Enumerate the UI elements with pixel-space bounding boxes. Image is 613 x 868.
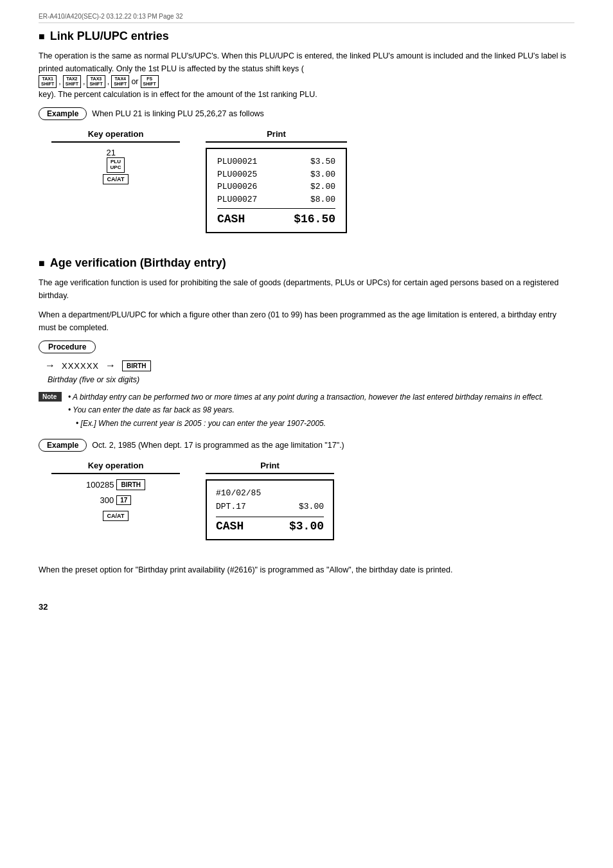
- section2-body2: When a department/PLU/UPC for which a fi…: [39, 308, 574, 334]
- procedure-section: Procedure → XXXXXX → BIRTH Birthday (fiv…: [39, 341, 574, 384]
- note-content: A birthday entry can be performed two or…: [68, 391, 544, 430]
- note-item-1: A birthday entry can be performed two or…: [68, 391, 544, 403]
- flow-step1: XXXXXX: [62, 361, 99, 371]
- key-op-header: Key operation: [51, 129, 180, 143]
- footer-body: When the preset option for "Birthday pri…: [39, 563, 574, 576]
- note-label: Note: [39, 392, 62, 402]
- caat-key: CA/AT: [103, 174, 129, 184]
- birth-key: BIRTH: [122, 360, 151, 371]
- key-birth-row: 100285 BIRTH: [86, 479, 145, 490]
- plu-upc-key: PLU UPC: [107, 157, 125, 173]
- section1-title: Link PLU/UPC entries: [39, 30, 574, 43]
- plu-key-stack: 21 PLU UPC CA/AT: [103, 148, 129, 184]
- key-operation-col2: Key operation 100285 BIRTH 300 17 CA/AT: [51, 461, 180, 540]
- section2-body1: The age verification function is used fo…: [39, 276, 574, 302]
- note-box: Note A birthday entry can be performed t…: [39, 391, 574, 430]
- receipt-row-4: PLU00027$8.00: [217, 193, 335, 206]
- tax1-shift-key: TAX1SHIFT: [39, 75, 57, 87]
- tax3-shift-key: TAX3SHIFT: [87, 75, 105, 87]
- receipt-total: CASH $16.50: [217, 213, 335, 226]
- note-item-2: You can enter the date as far back as 98…: [68, 403, 544, 416]
- flow-label: Birthday (five or six digits): [48, 375, 574, 384]
- print-header: Print: [206, 129, 347, 143]
- section1-body: The operation is the same as normal PLU'…: [39, 49, 574, 101]
- receipt-row-1: PLU00021$3.50: [217, 155, 335, 168]
- receipt2-row1: #10/02/85: [216, 487, 324, 500]
- receipt-row-3: PLU00026$2.00: [217, 181, 335, 193]
- arrow-2: →: [105, 360, 116, 371]
- section1-example-row: Example When PLU 21 is linking PLU 25,26…: [39, 107, 574, 120]
- section-age-verification: Age verification (Birthday entry) The ag…: [39, 256, 574, 540]
- note-item-3: [Ex.] When the current year is 2005 : yo…: [68, 417, 544, 430]
- receipt2-row2: DPT.17 $3.00: [216, 500, 324, 514]
- receipt1: PLU00021$3.50 PLU00025$3.00 PLU00026$2.0…: [206, 148, 347, 233]
- key-17: 17: [116, 495, 131, 505]
- receipt2-total: CASH $3.00: [216, 520, 324, 533]
- page-number: 32: [39, 602, 574, 612]
- header-text: ER-A410/A420(SEC)-2 03.12.22 0:13 PM Pag…: [39, 13, 183, 20]
- example1-label: Example: [39, 107, 87, 120]
- key-op-header2: Key operation: [51, 461, 180, 474]
- caat-key2: CA/AT: [103, 511, 129, 521]
- birth-key2: BIRTH: [116, 479, 145, 490]
- tax2-shift-key: TAX2SHIFT: [63, 75, 81, 87]
- print-col: Print PLU00021$3.50 PLU00025$3.00 PLU000…: [206, 129, 347, 233]
- section1-operation-table: Key operation 21 PLU UPC CA/AT Print: [51, 129, 574, 233]
- key-caat-row2: CA/AT: [103, 510, 129, 520]
- section2-title: Age verification (Birthday entry): [39, 256, 574, 270]
- receipt2-divider: [216, 517, 324, 517]
- procedure-label: Procedure: [39, 341, 96, 353]
- print-col2: Print #10/02/85 DPT.17 $3.00 CASH $3.00: [206, 461, 334, 540]
- example2-text: Oct. 2, 1985 (When dept. 17 is programme…: [92, 441, 344, 450]
- fs-shift-key: FSSHIFT: [141, 75, 159, 87]
- page-header: ER-A410/A420(SEC)-2 03.12.22 0:13 PM Pag…: [39, 13, 574, 23]
- receipt2: #10/02/85 DPT.17 $3.00 CASH $3.00: [206, 479, 334, 540]
- section2-example-row: Example Oct. 2, 1985 (When dept. 17 is p…: [39, 439, 574, 452]
- receipt-row-2: PLU00025$3.00: [217, 168, 335, 181]
- print-header2: Print: [206, 461, 334, 474]
- tax4-shift-key: TAX4SHIFT: [111, 75, 129, 87]
- arrow-1: →: [45, 360, 55, 371]
- section-link-plu: Link PLU/UPC entries The operation is th…: [39, 30, 574, 233]
- example2-label: Example: [39, 439, 87, 452]
- receipt-divider: [217, 208, 335, 209]
- arrow-flow: → XXXXXX → BIRTH: [45, 360, 574, 371]
- key-entries: 21 PLU UPC CA/AT: [103, 148, 129, 184]
- section2-operation-table: Key operation 100285 BIRTH 300 17 CA/AT …: [51, 461, 574, 540]
- tax-shift-keys: TAX1SHIFT, TAX2SHIFT, TAX3SHIFT, TAX4SHI…: [39, 75, 574, 88]
- key-entries2: 100285 BIRTH 300 17 CA/AT: [86, 479, 145, 520]
- key-operation-col: Key operation 21 PLU UPC CA/AT: [51, 129, 180, 233]
- key-dept-row: 300 17: [100, 495, 132, 505]
- example1-text: When PLU 21 is linking PLU 25,26,27 as f…: [92, 109, 264, 118]
